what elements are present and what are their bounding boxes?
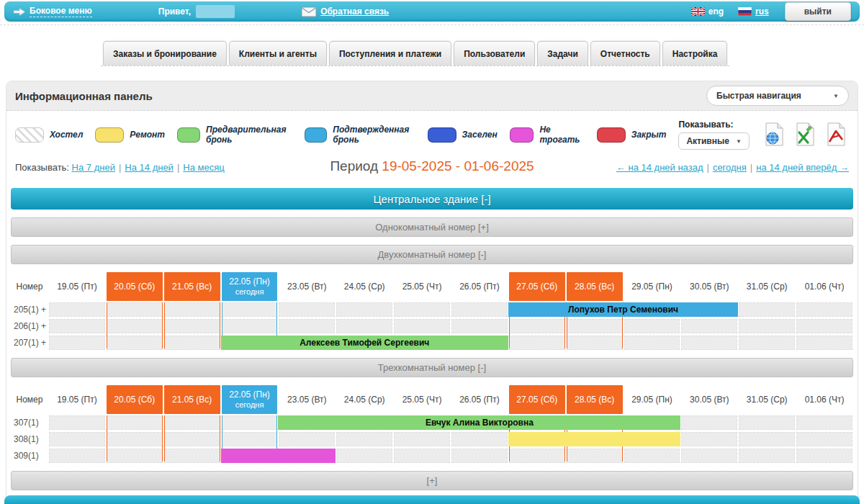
day-cell[interactable] [451,449,508,463]
day-cell[interactable] [567,449,623,463]
side-menu-link[interactable]: Боковое меню [13,6,92,17]
nav-tab-7[interactable]: Настройка [662,41,728,66]
room-label[interactable]: 307(1) [11,415,48,430]
active-filter-select[interactable]: Активные ▼ [678,132,749,150]
day-cell[interactable] [164,319,220,333]
day-cell[interactable] [681,432,737,446]
day-cell[interactable] [394,302,450,317]
day-cell[interactable] [739,336,795,350]
day-cell[interactable] [681,336,737,350]
day-cell[interactable] [279,319,335,333]
room-label[interactable]: 309(1) [11,449,48,463]
web-export-icon[interactable] [761,120,787,149]
nav-tab-2[interactable]: Клиенты и агенты [229,41,327,66]
day-cell[interactable] [164,449,220,463]
room-type-bar-4[interactable]: [+] [11,471,853,490]
day-cell[interactable] [796,319,852,333]
day-cell[interactable] [336,432,392,446]
day-cell[interactable] [49,319,105,333]
lang-rus-label[interactable]: rus [755,6,769,17]
day-cell[interactable] [107,302,163,317]
excel-export-icon[interactable] [792,120,818,149]
day-cell[interactable] [394,319,450,333]
day-cell[interactable] [681,449,737,463]
day-cell[interactable] [49,449,105,463]
day-cell[interactable] [49,302,105,317]
logout-button[interactable]: выйти [785,2,851,21]
day-cell[interactable] [107,336,163,350]
day-cell[interactable] [279,432,335,446]
day-cell[interactable] [336,302,392,317]
day-cell[interactable] [107,415,163,430]
day-cell[interactable] [164,336,220,350]
feedback-label[interactable]: Обратная связь [320,6,389,17]
room-label[interactable]: 206(1) + [11,319,48,333]
day-cell[interactable] [107,319,163,333]
booking-bar-repair[interactable] [508,432,681,446]
booking-bar-preliminary[interactable]: Евчук Алина Викторовна [278,415,680,430]
day-cell[interactable] [49,336,105,350]
day-cell[interactable] [222,319,278,333]
day-cell[interactable] [796,336,852,350]
day-cell[interactable] [624,319,680,333]
nav-tab-1[interactable]: Заказы и бронирование [103,41,227,66]
room-type-bar-2[interactable]: Двухкомнатный номер [-] [11,245,853,264]
day-cell[interactable] [739,432,795,446]
day-cell[interactable] [164,415,220,430]
day-cell[interactable] [451,302,508,317]
day-cell[interactable] [222,302,278,317]
day-cell[interactable] [509,319,565,333]
forward-14-days-link[interactable]: на 14 дней вперёд → [756,162,849,173]
day-cell[interactable] [394,449,450,463]
day-cell[interactable] [739,302,795,317]
day-cell[interactable] [164,432,220,446]
day-cell[interactable] [796,302,852,317]
booking-bar-preliminary[interactable]: Алексеев Тимофей Сергеевич [221,336,508,350]
day-cell[interactable] [681,415,737,430]
quick-navigation-select[interactable]: Быстрая навигация ▼ [706,86,849,106]
day-cell[interactable] [681,319,737,333]
room-type-bar-3[interactable]: Трехкомнатный номер [-] [11,358,853,377]
day-cell[interactable] [164,302,220,317]
day-cell[interactable] [796,449,852,463]
day-cell[interactable] [739,319,795,333]
day-cell[interactable] [107,449,163,463]
day-cell[interactable] [739,415,795,430]
day-cell[interactable] [739,449,795,463]
booking-bar-confirmed[interactable]: Лопухов Петр Семенович [508,302,738,317]
day-cell[interactable] [796,415,852,430]
day-cell[interactable] [336,319,392,333]
day-cell[interactable] [451,319,508,333]
building-header[interactable]: Центральное здание [-] [11,188,853,210]
day-cell[interactable] [336,449,392,463]
room-type-bar-1[interactable]: Однокомнатный номер [+] [11,217,853,237]
pdf-export-icon[interactable] [823,120,849,149]
day-cell[interactable] [279,302,335,317]
day-cell[interactable] [567,319,623,333]
day-cell[interactable] [394,432,450,446]
lang-rus[interactable]: rus [738,6,769,17]
day-cell[interactable] [796,432,852,446]
side-menu-label[interactable]: Боковое меню [30,6,92,17]
nav-tab-3[interactable]: Поступления и платежи [329,41,451,66]
back-14-days-link[interactable]: ← на 14 дней назад [616,162,703,173]
day-cell[interactable] [509,449,565,463]
day-cell[interactable] [624,449,680,463]
nav-tab-6[interactable]: Отчетность [590,41,660,66]
day-cell[interactable] [509,336,565,350]
day-cell[interactable] [222,415,278,430]
day-cell[interactable] [624,336,680,350]
day-cell[interactable] [451,432,508,446]
day-cell[interactable] [49,415,105,430]
lang-eng-label[interactable]: eng [708,6,724,17]
day-cell[interactable] [222,432,278,446]
day-cell[interactable] [107,432,163,446]
room-label[interactable]: 205(1) + [11,302,48,317]
booking-bar-do_not_touch[interactable] [221,449,336,463]
room-label[interactable]: 207(1) + [11,336,48,350]
day-cell[interactable] [567,336,623,350]
today-link[interactable]: сегодня [713,162,747,173]
lang-eng[interactable]: eng [691,6,724,17]
nav-tab-5[interactable]: Задачи [537,41,588,66]
day-cell[interactable] [49,432,105,446]
